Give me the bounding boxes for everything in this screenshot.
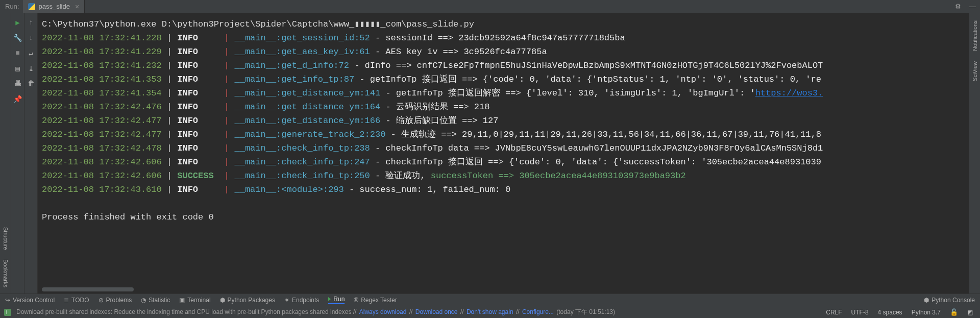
console-wrap: C:\Python37\python.exe D:\python3Project… <box>38 13 969 293</box>
pin-icon[interactable]: 📌 <box>13 94 23 104</box>
up-arrow-icon[interactable]: ↑ <box>26 17 36 28</box>
status-line-sep[interactable]: CRLF <box>826 309 842 316</box>
status-interpreter[interactable]: Python 3.7 <box>912 309 941 316</box>
link-download-once[interactable]: Download once <box>415 308 458 315</box>
console-output[interactable]: C:\Python37\python.exe D:\python3Project… <box>38 13 969 224</box>
tool-version-control[interactable]: ↪ Version Control <box>5 297 55 304</box>
rerun-icon[interactable]: ▶ <box>13 17 23 28</box>
clear-icon[interactable]: 🗑 <box>26 79 36 89</box>
scroll-to-end-icon[interactable]: ⤓ <box>26 63 36 74</box>
tool-statistic[interactable]: ◔ Statistic <box>141 297 170 304</box>
link-always-download[interactable]: Always download <box>359 308 407 315</box>
link-dont-show[interactable]: Don't show again <box>467 308 513 315</box>
run-config-name: pass_slide <box>38 3 69 10</box>
stop-icon[interactable]: ■ <box>13 48 23 58</box>
tool-problems[interactable]: ⊘ Problems <box>99 297 132 304</box>
layout-icon[interactable]: ▤ <box>13 63 23 74</box>
tool-regex-tester[interactable]: ® Regex Tester <box>354 297 397 304</box>
tool-terminal[interactable]: ▣ Terminal <box>179 297 210 304</box>
right-tool-tabs: Notifications SciView <box>969 13 980 293</box>
wrench-icon[interactable]: 🔧 <box>13 33 23 43</box>
tab-structure[interactable]: Structure <box>3 227 9 250</box>
tool-endpoints[interactable]: ✶ Endpoints <box>284 297 319 304</box>
status-message: Download pre-built shared indexes: Reduc… <box>16 308 615 316</box>
tab-bookmarks[interactable]: Bookmarks <box>3 259 9 287</box>
main-panel: Structure Bookmarks ▶ 🔧 ■ ▤ 🖶 📌 ↑ ↓ ↵ ⤓ … <box>0 13 980 293</box>
bottom-tool-bar: ↪ Version Control ≣ TODO ⊘ Problems ◔ St… <box>0 293 980 306</box>
tool-todo[interactable]: ≣ TODO <box>64 297 89 304</box>
play-icon <box>328 297 331 301</box>
close-tab-icon[interactable]: × <box>75 3 79 11</box>
run-gutter: ▶ 🔧 ■ ▤ 🖶 📌 ↑ ↓ ↵ ⤓ 🗑 <box>11 13 38 293</box>
python-icon <box>28 3 35 10</box>
status-indent[interactable]: 4 spaces <box>878 309 902 316</box>
lock-icon[interactable]: 🔓 <box>950 308 958 316</box>
run-header: Run: pass_slide × ⚙ — <box>0 0 980 13</box>
minimize-icon[interactable]: — <box>965 3 980 10</box>
status-bar: Download pre-built shared indexes: Reduc… <box>0 306 980 318</box>
inspector-icon[interactable]: ◩ <box>967 309 973 316</box>
tool-python-console[interactable]: ⬢ Python Console <box>924 297 975 304</box>
print-icon[interactable]: 🖶 <box>13 79 23 89</box>
tool-run[interactable]: Run <box>328 296 345 304</box>
left-tool-tabs: Structure Bookmarks <box>0 13 11 293</box>
tab-notifications[interactable]: Notifications <box>972 20 978 51</box>
status-encoding[interactable]: UTF-8 <box>851 309 869 316</box>
run-label: Run: <box>0 3 23 10</box>
horizontal-scrollbar[interactable] <box>42 287 134 291</box>
soft-wrap-icon[interactable]: ↵ <box>26 48 36 58</box>
settings-gear-icon[interactable]: ⚙ <box>951 3 965 10</box>
download-icon[interactable] <box>4 309 11 316</box>
tool-python-packages[interactable]: ⬢ Python Packages <box>220 297 275 304</box>
tab-sciview[interactable]: SciView <box>972 61 978 81</box>
down-arrow-icon[interactable]: ↓ <box>26 33 36 43</box>
link-configure[interactable]: Configure... <box>522 308 554 315</box>
run-config-tab[interactable]: pass_slide × <box>23 0 85 13</box>
